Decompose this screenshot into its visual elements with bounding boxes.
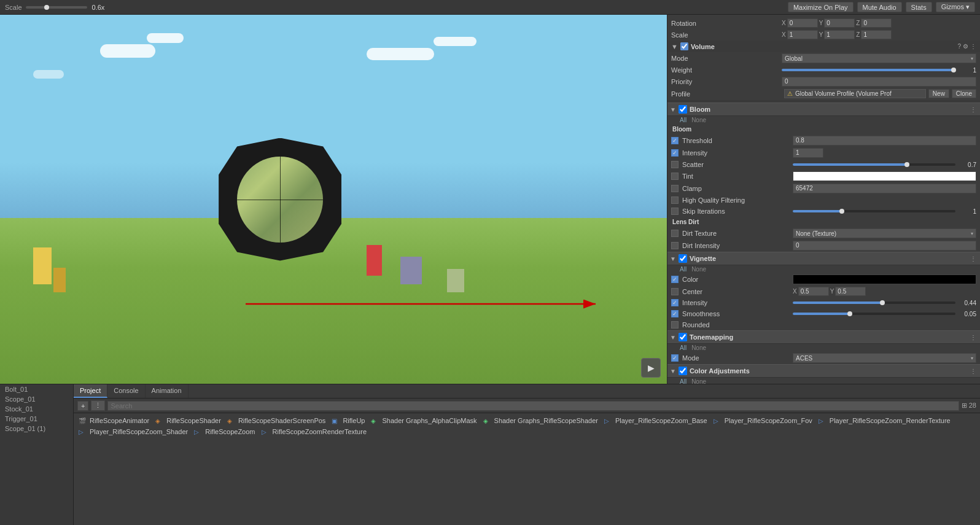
- bloom-all-button[interactable]: All: [680, 117, 686, 123]
- bloom-dirt-intensity-checkbox[interactable]: [671, 242, 679, 249]
- bloom-dirt-texture-checkbox[interactable]: [671, 230, 679, 237]
- tab-console[interactable]: Console: [107, 384, 145, 398]
- tonemapping-checkbox[interactable]: [679, 333, 687, 341]
- bloom-intensity-checkbox[interactable]: [671, 149, 679, 157]
- volume-more-icon[interactable]: ⋮: [970, 43, 976, 50]
- volume-profile-row: Profile ⚠ Global Volume Profile (Volume …: [667, 88, 980, 99]
- mute-audio-button[interactable]: Mute Audio: [857, 2, 902, 12]
- bloom-threshold-value[interactable]: 0.8: [793, 136, 976, 146]
- vignette-smoothness-slider[interactable]: 0.05: [793, 311, 976, 317]
- sidebar-item-scope[interactable]: Scope_01: [0, 394, 73, 404]
- bloom-clamp-checkbox[interactable]: [671, 185, 679, 192]
- rotation-y-value[interactable]: 0: [824, 18, 855, 28]
- volume-checkbox[interactable]: [680, 42, 688, 50]
- bloom-more-icon[interactable]: ⋮: [969, 106, 978, 114]
- vignette-center-checkbox[interactable]: [671, 288, 679, 295]
- asset-item-riflescopezoomrendertex[interactable]: ▷ RifleScopeZoomRenderTexture: [259, 427, 369, 437]
- tonemapping-more-icon[interactable]: ⋮: [969, 333, 978, 341]
- bloom-clamp-value[interactable]: 65472: [793, 184, 976, 193]
- vignette-rounded-checkbox[interactable]: [671, 321, 679, 329]
- bloom-scatter-checkbox[interactable]: [671, 161, 679, 168]
- asset-item-zoom-rendertexture[interactable]: ▷ Player_RifleScopeZoom_RenderTexture: [816, 416, 953, 426]
- asset-icon-animation: ▷: [819, 418, 827, 424]
- sidebar-item-trigger[interactable]: Trigger_01: [0, 414, 73, 424]
- asset-item-riflescopeshaderscreenpos[interactable]: ◈ RifleScopeShaderScreenPos: [225, 416, 328, 426]
- sidebar-item-scope-1[interactable]: Scope_01 (1): [0, 424, 73, 434]
- asset-item-riflescopeshader[interactable]: ◈ RifleScopeShader: [153, 416, 224, 426]
- vignette-color-swatch[interactable]: [793, 274, 976, 284]
- asset-item-riflescopegraph[interactable]: ◈ Shader Graphs_RifleScopeShader: [481, 416, 601, 426]
- bloom-section-title: Bloom: [690, 106, 969, 113]
- vignette-section-header[interactable]: ▼ Vignette ⋮: [667, 252, 980, 265]
- bloom-intensity-value[interactable]: 1: [793, 148, 823, 158]
- tonemapping-section-header[interactable]: ▼ Tonemapping ⋮: [667, 330, 980, 344]
- bloom-dirt-intensity-value[interactable]: 0: [793, 241, 976, 251]
- color-adj-all-button[interactable]: All: [680, 378, 686, 384]
- asset-item-zoom-base[interactable]: ▷ Player_RifleScopeZoom_Base: [602, 416, 710, 426]
- bloom-dirt-texture-label: Dirt Texture: [682, 230, 793, 237]
- sidebar-item-stock[interactable]: Stock_01: [0, 404, 73, 414]
- vignette-center-y-value[interactable]: 0.5: [835, 287, 866, 296]
- vignette-color-checkbox[interactable]: [671, 276, 679, 283]
- stats-button[interactable]: Stats: [906, 2, 932, 12]
- vignette-more-icon[interactable]: ⋮: [969, 255, 978, 263]
- tonemapping-all-button[interactable]: All: [680, 344, 686, 351]
- tonemapping-mode-checkbox[interactable]: [671, 354, 679, 362]
- gizmos-button[interactable]: Gizmos ▾: [936, 2, 975, 12]
- volume-section-header[interactable]: ▼ Volume ? ⚙ ⋮: [667, 41, 980, 52]
- vignette-all-button[interactable]: All: [680, 266, 686, 273]
- bloom-scatter-slider[interactable]: 0.7: [793, 161, 976, 168]
- profile-clone-button[interactable]: Clone: [952, 89, 976, 98]
- tab-animation[interactable]: Animation: [146, 384, 189, 398]
- asset-name: Player_RifleScopeZoom_RenderTexture: [830, 417, 951, 424]
- volume-weight-slider[interactable]: 1: [782, 67, 976, 74]
- volume-settings-icon[interactable]: ⚙: [963, 43, 968, 50]
- vignette-all-none-row: All None: [667, 265, 980, 273]
- tab-project[interactable]: Project: [74, 384, 107, 398]
- asset-item-zoom-shader[interactable]: ▷ Player_RifleScopeZoom_Shader: [76, 427, 190, 437]
- vignette-smoothness-checkbox[interactable]: [671, 310, 679, 317]
- rotation-z-value[interactable]: 0: [861, 18, 892, 28]
- play-button[interactable]: ▶: [641, 358, 661, 378]
- tonemapping-mode-dropdown[interactable]: ACES ▾: [793, 353, 976, 363]
- vignette-center-xy: X 0.5 Y 0.5: [793, 287, 976, 296]
- project-add-button[interactable]: +: [77, 401, 88, 411]
- scale-x-value[interactable]: 1: [787, 30, 818, 39]
- color-adj-checkbox[interactable]: [679, 367, 687, 375]
- rotation-x-value[interactable]: 0: [787, 18, 818, 28]
- color-adj-more-icon[interactable]: ⋮: [969, 367, 978, 375]
- project-search-input[interactable]: [107, 401, 959, 411]
- vignette-intensity-slider[interactable]: 0.44: [793, 300, 976, 306]
- asset-item-riflescopeanimator[interactable]: 🎬 RifleScopeAnimator: [76, 416, 152, 426]
- volume-collapse-arrow[interactable]: ▼: [671, 43, 678, 50]
- bloom-hq-filter-checkbox[interactable]: [671, 196, 679, 204]
- profile-new-button[interactable]: New: [928, 89, 949, 98]
- asset-item-riflescopezoom[interactable]: ▷ RifleScopeZoom: [192, 427, 257, 437]
- vignette-intensity-checkbox[interactable]: [671, 299, 679, 306]
- volume-priority-value[interactable]: 0: [782, 77, 976, 87]
- color-adj-section-header[interactable]: ▼ Color Adjustments ⋮: [667, 364, 980, 378]
- bloom-threshold-checkbox[interactable]: [671, 137, 679, 144]
- bloom-section-header[interactable]: ▼ Bloom ⋮: [667, 103, 980, 116]
- scale-z-value[interactable]: 1: [861, 30, 892, 39]
- bloom-tint-checkbox[interactable]: [671, 173, 679, 180]
- bloom-tint-color[interactable]: [793, 171, 976, 181]
- viewport[interactable]: ▶: [0, 15, 667, 384]
- bloom-dirt-texture-dropdown[interactable]: None (Texture) ▾: [793, 228, 976, 238]
- asset-item-rifleup[interactable]: ▣ RifleUp: [329, 416, 367, 426]
- scale-slider[interactable]: [26, 6, 87, 9]
- asset-item-zoom-fov[interactable]: ▷ Player_RifleScopeZoom_Fov: [711, 416, 815, 426]
- vignette-checkbox[interactable]: [679, 254, 687, 263]
- sidebar-item-bolt[interactable]: Bolt_01: [0, 384, 73, 394]
- vignette-center-x-value[interactable]: 0.5: [798, 287, 829, 296]
- bloom-skip-iter-slider[interactable]: 1: [793, 208, 976, 215]
- bloom-skip-iter-checkbox[interactable]: [671, 208, 679, 215]
- volume-help-icon[interactable]: ?: [957, 43, 961, 50]
- tonemapping-mode-row: Mode ACES ▾: [667, 352, 980, 364]
- scale-y-value[interactable]: 1: [824, 30, 855, 39]
- bloom-checkbox[interactable]: [679, 105, 687, 114]
- project-more-button[interactable]: ⋮: [91, 400, 105, 411]
- maximize-on-play-button[interactable]: Maximize On Play: [788, 2, 854, 12]
- volume-mode-dropdown[interactable]: Global ▾: [782, 53, 976, 63]
- asset-item-alphaclipmask[interactable]: ◈ Shader Graphs_AlphaClipMask: [368, 416, 479, 426]
